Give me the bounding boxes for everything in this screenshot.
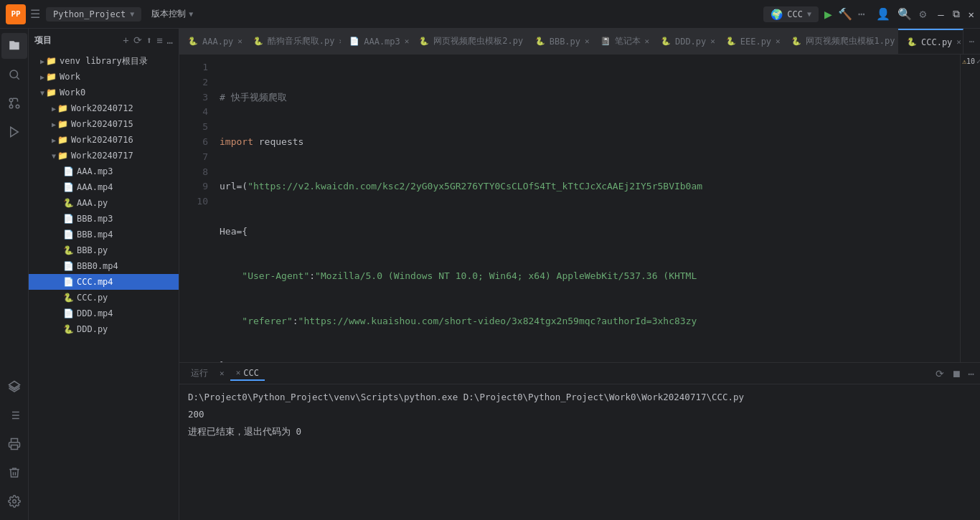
terminal-replay-btn[interactable]: ⟳ bbox=[936, 368, 944, 379]
tab-overflow-btn[interactable]: ⋯ bbox=[963, 37, 980, 47]
tree-item-work20240716[interactable]: ▶ 📁 Work20240716 bbox=[29, 132, 179, 148]
more-menu-button[interactable]: ⋯ bbox=[858, 7, 865, 21]
tree-item-work20240712[interactable]: ▶ 📁 Work20240712 bbox=[29, 100, 179, 116]
tab-aaa-py[interactable]: 🐍 AAA.py ✕ bbox=[179, 29, 245, 55]
tab-close-ccc[interactable]: ✕ bbox=[956, 37, 961, 47]
tab-web-spider1[interactable]: 🐍 网页视频爬虫模板1.py ✕ bbox=[783, 29, 898, 55]
activity-list-icon[interactable] bbox=[1, 402, 27, 428]
close-button[interactable]: ✕ bbox=[969, 9, 974, 20]
error-info: ⚠10✓1 ▲ bbox=[961, 56, 980, 67]
tab-icon: 📓 bbox=[600, 37, 611, 46]
terminal-output-status: 200 bbox=[188, 407, 971, 422]
line-numbers: 1 2 3 4 5 6 7 8 9 10 bbox=[179, 55, 214, 362]
svg-line-1 bbox=[17, 77, 19, 79]
tab-close-aaa-mp3[interactable]: ✕ bbox=[405, 37, 410, 46]
project-selector[interactable]: Python_Project ▼ bbox=[46, 7, 141, 22]
svg-point-3 bbox=[9, 98, 13, 102]
version-control-btn[interactable]: 版本控制 ▼ bbox=[144, 6, 200, 22]
build-button[interactable]: 🔨 bbox=[838, 7, 852, 21]
minimize-button[interactable]: — bbox=[938, 9, 943, 20]
app-logo: PP bbox=[6, 4, 26, 24]
activity-files-icon[interactable] bbox=[1, 33, 27, 59]
sidebar-new-file-btn[interactable]: + bbox=[123, 34, 128, 46]
tree-item-bbb-mp3[interactable]: 📄 BBB.mp3 bbox=[29, 211, 179, 227]
tree-item-aaa-mp3[interactable]: 📄 AAA.mp3 bbox=[29, 164, 179, 179]
tab-close-eee[interactable]: ✕ bbox=[776, 37, 781, 46]
search-button[interactable]: 🔍 bbox=[897, 7, 912, 21]
code-line-6: "referer":"https://www.kuaishou.com/shor… bbox=[220, 314, 954, 329]
editor-area: 🐍 AAA.py ✕ 🐍 酷狗音乐爬取.py ✕ 📄 AAA.mp3 ✕ 🐍 网… bbox=[179, 29, 980, 520]
tab-close-aaa-py[interactable]: ✕ bbox=[237, 37, 242, 46]
terminal-tab-ccc[interactable]: ✕ CCC bbox=[230, 367, 265, 381]
tree-item-work20240715[interactable]: ▶ 📁 Work20240715 bbox=[29, 116, 179, 132]
code-line-5: "User-Agent":"Mozilla/5.0 (Windows NT 10… bbox=[220, 269, 954, 284]
sidebar-more-btn[interactable]: … bbox=[167, 34, 173, 46]
tab-close-ddd[interactable]: ✕ bbox=[710, 37, 715, 46]
sidebar-refresh-btn[interactable]: ⟳ bbox=[133, 34, 142, 46]
tab-notebook[interactable]: 📓 笔记本 ✕ bbox=[592, 29, 652, 55]
tab-icon: 🐍 bbox=[907, 37, 917, 47]
terminal-body[interactable]: D:\Project0\Python_Project\venv\Scripts\… bbox=[179, 384, 980, 520]
editor-gutter: ⚠10✓1 ▲ bbox=[960, 55, 980, 362]
svg-point-0 bbox=[10, 70, 18, 78]
tab-web-spider2[interactable]: 🐍 网页视频爬虫模板2.py ✕ bbox=[410, 29, 526, 55]
tree-item-work20240717[interactable]: ▼ 📁 Work20240717 bbox=[29, 148, 179, 164]
code-area[interactable]: # 快手视频爬取 import requests url=("https://v… bbox=[214, 55, 960, 362]
tab-icon: 🐍 bbox=[188, 37, 198, 46]
sidebar: 项目 + ⟳ ⬆ ≡ … ▶ 📁 venv library根目录 ▶ 📁 bbox=[29, 29, 179, 520]
svg-point-4 bbox=[9, 105, 13, 108]
terminal-tab-run[interactable]: 运行 bbox=[185, 366, 214, 381]
tree-item-venv[interactable]: ▶ 📁 venv library根目录 bbox=[29, 53, 179, 69]
tab-aaa-mp3[interactable]: 📄 AAA.mp3 ✕ bbox=[341, 29, 410, 55]
tree-item-work[interactable]: ▶ 📁 Work bbox=[29, 69, 179, 85]
code-line-4: Hea={ bbox=[220, 224, 954, 240]
tab-icon: 🐍 bbox=[253, 37, 263, 46]
tab-ccc-py[interactable]: 🐍 CCC.py ✕ bbox=[898, 29, 963, 55]
code-editor: 1 2 3 4 5 6 7 8 9 10 # 快手视频爬取 import req… bbox=[179, 55, 980, 362]
code-line-2: import requests bbox=[220, 135, 954, 150]
tree-item-bbb0-mp4[interactable]: 📄 BBB0.mp4 bbox=[29, 258, 179, 274]
sidebar-title: 项目 bbox=[34, 34, 123, 47]
hamburger-menu[interactable]: ☰ bbox=[30, 7, 40, 21]
svg-point-2 bbox=[16, 105, 19, 108]
tree-item-bbb-py[interactable]: 🐍 BBB.py bbox=[29, 242, 179, 258]
terminal-more-btn[interactable]: ⋯ bbox=[969, 368, 974, 379]
tab-bbb-py[interactable]: 🐍 BBB.py ✕ bbox=[527, 29, 592, 55]
svg-point-15 bbox=[12, 500, 16, 504]
activity-layers-icon[interactable] bbox=[1, 374, 27, 400]
activity-debug-icon[interactable] bbox=[1, 119, 27, 145]
tree-item-ddd-py[interactable]: 🐍 DDD.py bbox=[29, 321, 179, 337]
terminal-tab-close-btn[interactable]: ✕ bbox=[220, 369, 225, 378]
tab-close-bbb[interactable]: ✕ bbox=[585, 37, 590, 46]
tree-item-ddd-mp4[interactable]: 📄 DDD.mp4 bbox=[29, 306, 179, 321]
restore-button[interactable]: ⧉ bbox=[953, 8, 960, 20]
tree-item-aaa-mp4[interactable]: 📄 AAA.mp4 bbox=[29, 179, 179, 195]
tab-eee-py[interactable]: 🐍 EEE.py ✕ bbox=[717, 29, 783, 55]
sidebar-menu-btn[interactable]: ≡ bbox=[156, 34, 162, 46]
tab-bar: 🐍 AAA.py ✕ 🐍 酷狗音乐爬取.py ✕ 📄 AAA.mp3 ✕ 🐍 网… bbox=[179, 29, 980, 55]
run-button[interactable]: ▶ bbox=[824, 6, 832, 22]
project-name: Python_Project bbox=[53, 9, 126, 19]
tree-item-bbb-mp4[interactable]: 📄 BBB.mp4 bbox=[29, 227, 179, 242]
activity-search-icon[interactable] bbox=[1, 62, 27, 88]
tab-ddd-py[interactable]: 🐍 DDD.py ✕ bbox=[652, 29, 717, 55]
terminal: 运行 ✕ ✕ CCC ⟳ ⏹ ⋯ D:\Project0\Pytho bbox=[179, 362, 980, 520]
settings-button[interactable]: ⚙ bbox=[919, 7, 926, 21]
activity-git-icon[interactable] bbox=[1, 90, 27, 116]
tab-kuaishou[interactable]: 🐍 酷狗音乐爬取.py ✕ bbox=[245, 29, 341, 55]
svg-marker-6 bbox=[10, 127, 18, 137]
account-button[interactable]: 👤 bbox=[876, 7, 890, 21]
tree-item-ccc-mp4[interactable]: 📄 CCC.mp4 bbox=[29, 274, 179, 290]
terminal-stop-btn[interactable]: ⏹ bbox=[951, 368, 961, 379]
activity-print-icon[interactable] bbox=[1, 431, 27, 457]
tree-item-ccc-py[interactable]: 🐍 CCC.py bbox=[29, 290, 179, 306]
tab-close-notebook[interactable]: ✕ bbox=[645, 37, 650, 46]
code-line-1: # 快手视频爬取 bbox=[220, 90, 954, 105]
sidebar-upload-btn[interactable]: ⬆ bbox=[146, 34, 152, 46]
ccc-run-indicator[interactable]: 🌍 CCC ▼ bbox=[763, 6, 819, 22]
tree-item-aaa-py[interactable]: 🐍 AAA.py bbox=[29, 195, 179, 211]
activity-trash-icon[interactable] bbox=[1, 460, 27, 486]
tree-item-work0[interactable]: ▼ 📁 Work0 bbox=[29, 85, 179, 100]
main-layout: 项目 + ⟳ ⬆ ≡ … ▶ 📁 venv library根目录 ▶ 📁 bbox=[0, 29, 980, 520]
activity-settings-icon[interactable] bbox=[1, 488, 27, 514]
